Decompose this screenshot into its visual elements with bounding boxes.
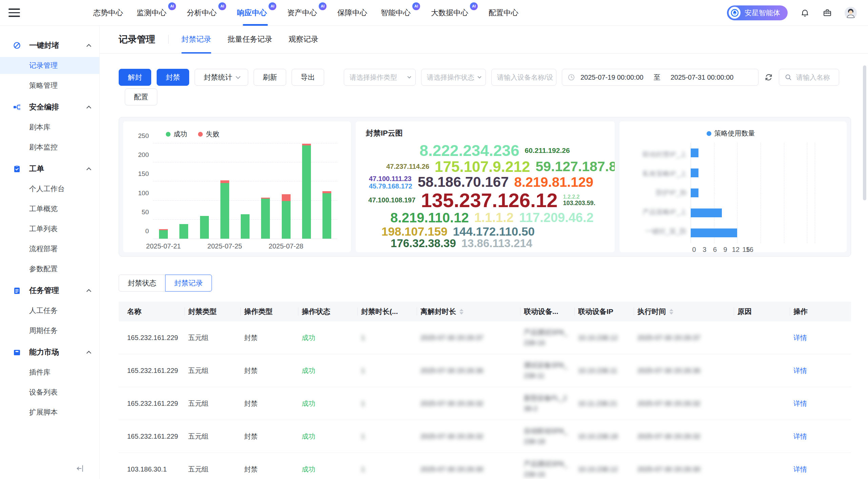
sidebar-item-个人工作台[interactable]: 个人工作台 xyxy=(0,180,99,197)
details-link[interactable]: 详情 xyxy=(793,334,807,341)
wordcloud-word[interactable]: 59.127.187.8 xyxy=(535,159,615,174)
bar[interactable] xyxy=(220,143,229,239)
bar[interactable] xyxy=(261,143,270,239)
device-name-input[interactable]: 请输入设备名称/设 xyxy=(491,69,556,86)
wordcloud-word[interactable]: 60.211.192.26 xyxy=(525,147,570,154)
details-link[interactable]: 详情 xyxy=(793,367,807,374)
vertical-scrollbar-thumb[interactable] xyxy=(863,65,866,200)
wordcloud-word[interactable]: 176.32.38.39 xyxy=(391,238,456,250)
wordcloud-word[interactable]: 198.107.159 xyxy=(381,225,448,238)
refresh-button[interactable]: 刷新 xyxy=(254,69,286,86)
wordcloud-word[interactable]: 103.203.59. xyxy=(563,200,595,207)
bar[interactable] xyxy=(691,148,698,157)
bar[interactable] xyxy=(179,143,188,239)
sidebar-item-流程部署[interactable]: 流程部署 xyxy=(0,240,99,257)
block-button[interactable]: 封禁 xyxy=(157,69,189,86)
sidebar-item-剧本监控[interactable]: 剧本监控 xyxy=(0,139,99,156)
wordcloud-word[interactable]: 8.219.81.129 xyxy=(514,175,593,189)
wordcloud-word[interactable]: 47.100.111.23 xyxy=(369,175,412,182)
nav-item-配置中心[interactable]: 配置中心 xyxy=(489,0,518,26)
wordcloud-word[interactable]: 47.100.108.197 xyxy=(368,197,415,204)
user-avatar[interactable] xyxy=(845,7,857,19)
sidebar-section-安全编排[interactable]: 安全编排 xyxy=(0,99,99,116)
collapse-sidebar-icon[interactable] xyxy=(76,464,84,474)
wordcloud-word[interactable]: 47.237.114.26 xyxy=(386,163,429,170)
details-link[interactable]: 详情 xyxy=(793,400,807,407)
assistant-badge[interactable]: 安星智能体 xyxy=(727,5,788,20)
legend-item-失败[interactable]: 失败 xyxy=(198,129,219,139)
wordcloud-word[interactable]: 58.186.70.167 xyxy=(418,175,509,190)
sidebar-item-策略管理[interactable]: 策略管理 xyxy=(0,77,99,94)
sidebar-item-插件库[interactable]: 插件库 xyxy=(0,364,99,381)
op-status-select[interactable]: 请选择操作状态 xyxy=(421,69,486,86)
legend-item-成功[interactable]: 成功 xyxy=(166,129,187,139)
date-range-picker[interactable]: 2025-07-19 00:00:00 至 2025-07-31 00:00:0… xyxy=(562,69,758,86)
sidebar-item-扩展脚本[interactable]: 扩展脚本 xyxy=(0,404,99,421)
sidebar-item-剧本库[interactable]: 剧本库 xyxy=(0,119,99,136)
bar[interactable] xyxy=(302,143,311,239)
nav-item-态势中心[interactable]: 态势中心 xyxy=(93,0,123,26)
sort-icon[interactable] xyxy=(669,309,673,315)
wordcloud-word[interactable]: 144.172.110.50 xyxy=(453,225,535,238)
nav-item-资产中心[interactable]: 资产中心AI xyxy=(287,0,324,26)
export-button[interactable]: 导出 xyxy=(292,69,324,86)
wordcloud-word[interactable]: 1.2.2.2 xyxy=(563,194,580,200)
nav-item-保障中心[interactable]: 保障中心 xyxy=(337,0,367,26)
bar[interactable] xyxy=(691,168,698,177)
nav-item-大数据中心[interactable]: 大数据中心AI xyxy=(431,0,475,26)
hamburger-menu-icon[interactable] xyxy=(8,8,20,17)
sidebar-item-工单列表[interactable]: 工单列表 xyxy=(0,220,99,237)
bar[interactable] xyxy=(691,188,698,197)
details-link[interactable]: 详情 xyxy=(793,465,807,473)
bar[interactable] xyxy=(282,143,291,239)
wordcloud-word[interactable]: 8.222.234.236 xyxy=(419,142,519,159)
column-header-执行时间[interactable]: 执行时间 xyxy=(637,307,737,316)
nav-item-分析中心[interactable]: 分析中心AI xyxy=(187,0,223,26)
sync-icon[interactable] xyxy=(764,73,773,82)
bar[interactable] xyxy=(200,143,209,239)
wordcloud-word[interactable]: 1.1.1.2 xyxy=(474,211,514,224)
subtab-ban-records[interactable]: 封禁记录 xyxy=(165,275,212,292)
sidebar-item-记录管理[interactable]: 记录管理 xyxy=(0,57,99,74)
wordcloud-word[interactable]: 117.209.46.2 xyxy=(519,211,594,224)
nav-item-监测中心[interactable]: 监测中心AI xyxy=(137,0,173,26)
bar[interactable] xyxy=(691,208,722,217)
sidebar-section-工单[interactable]: 工单 xyxy=(0,160,99,177)
sidebar-item-工单概览[interactable]: 工单概览 xyxy=(0,200,99,217)
unblock-button[interactable]: 解封 xyxy=(119,69,151,86)
toolbox-icon[interactable] xyxy=(822,8,832,18)
search-input[interactable]: 请输入名称 xyxy=(779,69,839,86)
sidebar-item-人工任务[interactable]: 人工任务 xyxy=(0,302,99,319)
sidebar-section-一键封堵[interactable]: 一键封堵 xyxy=(0,37,99,54)
wordcloud-word[interactable]: 45.79.168.172 xyxy=(369,182,412,190)
wordcloud-word[interactable]: 135.237.126.12 xyxy=(421,190,557,211)
bar[interactable] xyxy=(691,228,737,237)
details-link[interactable]: 详情 xyxy=(793,433,807,440)
sidebar-section-任务管理[interactable]: 任务管理 xyxy=(0,282,99,299)
bar[interactable] xyxy=(159,143,168,239)
sidebar-item-周期任务[interactable]: 周期任务 xyxy=(0,322,99,339)
bell-icon[interactable] xyxy=(800,8,810,18)
subtab-ban-status[interactable]: 封禁状态 xyxy=(119,275,165,292)
wordcloud-word[interactable]: 175.107.9.212 xyxy=(435,159,530,175)
sidebar-item-设备列表[interactable]: 设备列表 xyxy=(0,384,99,401)
sidebar-item-参数配置[interactable]: 参数配置 xyxy=(0,260,99,277)
ban-stats-dropdown-button[interactable]: 封禁统计 xyxy=(195,69,248,86)
sort-icon[interactable] xyxy=(459,309,463,315)
bar[interactable] xyxy=(322,143,331,239)
column-header-离解封时长[interactable]: 离解封时长 xyxy=(420,307,524,316)
sidebar-section-能力市场[interactable]: 能力市场 xyxy=(0,344,99,361)
legend-item-策略使用数量[interactable]: 策略使用数量 xyxy=(707,129,755,138)
wordcloud-word[interactable]: 8.219.110.12 xyxy=(390,211,469,225)
op-type-select[interactable]: 请选择操作类型 xyxy=(344,69,416,86)
column-header-label: 联动设备... xyxy=(524,307,558,316)
tab-observe-records[interactable]: 观察记录 xyxy=(289,25,318,53)
cell-op_status: 成功 xyxy=(302,464,361,475)
tab-ban-records[interactable]: 封禁记录 xyxy=(181,25,211,53)
nav-item-响应中心[interactable]: 响应中心AI xyxy=(237,0,274,26)
tab-batch-task-records[interactable]: 批量任务记录 xyxy=(228,25,272,53)
wordcloud-word[interactable]: 13.86.113.214 xyxy=(461,238,532,250)
bar[interactable] xyxy=(241,143,250,239)
nav-item-智能中心[interactable]: 智能中心AI xyxy=(381,0,417,26)
config-button[interactable]: 配置 xyxy=(125,88,157,105)
